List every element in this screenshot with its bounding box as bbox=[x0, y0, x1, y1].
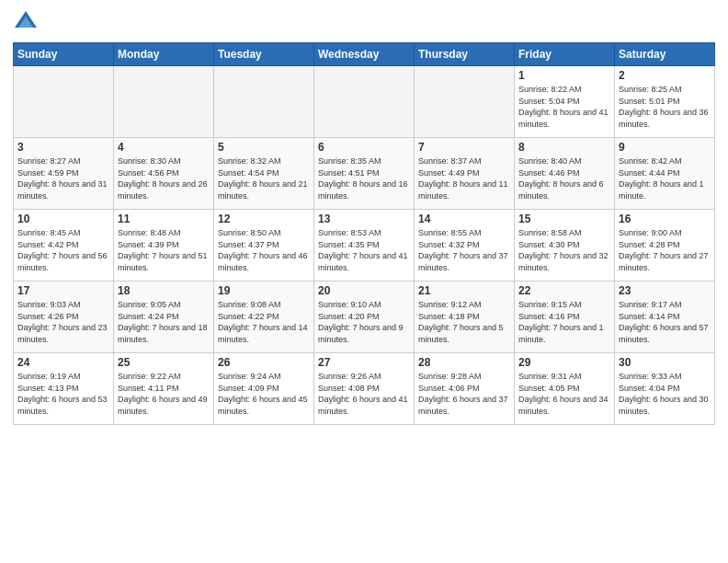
day-number: 9 bbox=[619, 141, 711, 154]
day-info: Sunrise: 8:35 AM Sunset: 4:51 PM Dayligh… bbox=[318, 155, 410, 201]
calendar-week-2: 3Sunrise: 8:27 AM Sunset: 4:59 PM Daylig… bbox=[14, 138, 715, 210]
day-info: Sunrise: 8:42 AM Sunset: 4:44 PM Dayligh… bbox=[619, 155, 711, 201]
day-number: 20 bbox=[318, 284, 410, 297]
day-number: 21 bbox=[418, 284, 510, 297]
calendar-cell: 28Sunrise: 9:28 AM Sunset: 4:06 PM Dayli… bbox=[415, 353, 515, 425]
day-info: Sunrise: 9:19 AM Sunset: 4:13 PM Dayligh… bbox=[17, 371, 109, 417]
day-info: Sunrise: 8:58 AM Sunset: 4:30 PM Dayligh… bbox=[518, 227, 610, 273]
day-number: 18 bbox=[118, 284, 210, 297]
logo bbox=[13, 9, 42, 35]
calendar-cell: 7Sunrise: 8:37 AM Sunset: 4:49 PM Daylig… bbox=[415, 138, 515, 210]
calendar-cell: 5Sunrise: 8:32 AM Sunset: 4:54 PM Daylig… bbox=[214, 138, 314, 210]
calendar-cell: 2Sunrise: 8:25 AM Sunset: 5:01 PM Daylig… bbox=[615, 66, 715, 138]
day-number: 11 bbox=[118, 213, 210, 225]
calendar-cell: 9Sunrise: 8:42 AM Sunset: 4:44 PM Daylig… bbox=[615, 138, 715, 210]
day-number: 3 bbox=[17, 141, 109, 154]
calendar-cell: 30Sunrise: 9:33 AM Sunset: 4:04 PM Dayli… bbox=[615, 353, 715, 425]
day-number: 28 bbox=[418, 356, 510, 369]
day-info: Sunrise: 8:22 AM Sunset: 5:04 PM Dayligh… bbox=[518, 84, 610, 130]
weekday-header-monday: Monday bbox=[114, 43, 214, 66]
calendar-cell: 21Sunrise: 9:12 AM Sunset: 4:18 PM Dayli… bbox=[415, 282, 515, 353]
calendar-cell: 1Sunrise: 8:22 AM Sunset: 5:04 PM Daylig… bbox=[515, 66, 615, 138]
calendar-cell: 22Sunrise: 9:15 AM Sunset: 4:16 PM Dayli… bbox=[515, 282, 615, 353]
day-number: 19 bbox=[218, 284, 310, 297]
day-info: Sunrise: 9:24 AM Sunset: 4:09 PM Dayligh… bbox=[218, 371, 310, 417]
day-number: 30 bbox=[619, 356, 711, 369]
weekday-header-friday: Friday bbox=[515, 43, 615, 66]
day-number: 4 bbox=[118, 141, 210, 154]
day-number: 17 bbox=[17, 284, 109, 297]
day-number: 12 bbox=[218, 213, 310, 225]
calendar-cell bbox=[14, 66, 114, 138]
day-number: 13 bbox=[318, 213, 410, 225]
weekday-header-wednesday: Wednesday bbox=[314, 43, 415, 66]
calendar-week-5: 24Sunrise: 9:19 AM Sunset: 4:13 PM Dayli… bbox=[14, 353, 715, 425]
calendar-cell: 3Sunrise: 8:27 AM Sunset: 4:59 PM Daylig… bbox=[14, 138, 114, 210]
day-info: Sunrise: 8:50 AM Sunset: 4:37 PM Dayligh… bbox=[218, 227, 310, 273]
calendar-week-4: 17Sunrise: 9:03 AM Sunset: 4:26 PM Dayli… bbox=[14, 282, 715, 353]
day-info: Sunrise: 8:30 AM Sunset: 4:56 PM Dayligh… bbox=[118, 155, 210, 201]
weekday-header-tuesday: Tuesday bbox=[214, 43, 314, 66]
calendar-header-row: SundayMondayTuesdayWednesdayThursdayFrid… bbox=[14, 43, 715, 66]
calendar-cell: 27Sunrise: 9:26 AM Sunset: 4:08 PM Dayli… bbox=[314, 353, 415, 425]
day-number: 27 bbox=[318, 356, 410, 369]
calendar-cell: 12Sunrise: 8:50 AM Sunset: 4:37 PM Dayli… bbox=[214, 210, 314, 282]
calendar-cell bbox=[314, 66, 415, 138]
calendar-cell: 19Sunrise: 9:08 AM Sunset: 4:22 PM Dayli… bbox=[214, 282, 314, 353]
calendar-week-1: 1Sunrise: 8:22 AM Sunset: 5:04 PM Daylig… bbox=[14, 66, 715, 138]
day-info: Sunrise: 9:33 AM Sunset: 4:04 PM Dayligh… bbox=[619, 371, 711, 417]
day-number: 24 bbox=[17, 356, 109, 369]
calendar-cell: 11Sunrise: 8:48 AM Sunset: 4:39 PM Dayli… bbox=[114, 210, 214, 282]
day-info: Sunrise: 8:25 AM Sunset: 5:01 PM Dayligh… bbox=[619, 84, 711, 130]
day-number: 2 bbox=[619, 69, 711, 82]
day-info: Sunrise: 9:12 AM Sunset: 4:18 PM Dayligh… bbox=[418, 299, 510, 345]
day-number: 6 bbox=[318, 141, 410, 154]
day-info: Sunrise: 9:05 AM Sunset: 4:24 PM Dayligh… bbox=[118, 299, 210, 345]
day-number: 8 bbox=[518, 141, 610, 154]
calendar-cell: 4Sunrise: 8:30 AM Sunset: 4:56 PM Daylig… bbox=[114, 138, 214, 210]
day-info: Sunrise: 9:28 AM Sunset: 4:06 PM Dayligh… bbox=[418, 371, 510, 417]
day-number: 16 bbox=[619, 213, 711, 225]
calendar-cell: 6Sunrise: 8:35 AM Sunset: 4:51 PM Daylig… bbox=[314, 138, 415, 210]
weekday-header-sunday: Sunday bbox=[14, 43, 114, 66]
calendar-cell: 26Sunrise: 9:24 AM Sunset: 4:09 PM Dayli… bbox=[214, 353, 314, 425]
header bbox=[13, 9, 715, 35]
calendar-cell: 10Sunrise: 8:45 AM Sunset: 4:42 PM Dayli… bbox=[14, 210, 114, 282]
day-info: Sunrise: 9:03 AM Sunset: 4:26 PM Dayligh… bbox=[17, 299, 109, 345]
day-number: 25 bbox=[118, 356, 210, 369]
day-number: 26 bbox=[218, 356, 310, 369]
day-number: 10 bbox=[17, 213, 109, 225]
day-info: Sunrise: 8:40 AM Sunset: 4:46 PM Dayligh… bbox=[518, 155, 610, 201]
day-info: Sunrise: 9:26 AM Sunset: 4:08 PM Dayligh… bbox=[318, 371, 410, 417]
day-info: Sunrise: 9:10 AM Sunset: 4:20 PM Dayligh… bbox=[318, 299, 410, 345]
day-info: Sunrise: 9:17 AM Sunset: 4:14 PM Dayligh… bbox=[619, 299, 711, 345]
day-info: Sunrise: 8:55 AM Sunset: 4:32 PM Dayligh… bbox=[418, 227, 510, 273]
day-info: Sunrise: 9:31 AM Sunset: 4:05 PM Dayligh… bbox=[518, 371, 610, 417]
day-info: Sunrise: 8:32 AM Sunset: 4:54 PM Dayligh… bbox=[218, 155, 310, 201]
day-number: 5 bbox=[218, 141, 310, 154]
calendar-cell: 8Sunrise: 8:40 AM Sunset: 4:46 PM Daylig… bbox=[515, 138, 615, 210]
calendar-cell bbox=[214, 66, 314, 138]
day-info: Sunrise: 9:15 AM Sunset: 4:16 PM Dayligh… bbox=[518, 299, 610, 345]
day-number: 23 bbox=[619, 284, 711, 297]
calendar-cell: 23Sunrise: 9:17 AM Sunset: 4:14 PM Dayli… bbox=[615, 282, 715, 353]
calendar-cell: 18Sunrise: 9:05 AM Sunset: 4:24 PM Dayli… bbox=[114, 282, 214, 353]
day-info: Sunrise: 8:48 AM Sunset: 4:39 PM Dayligh… bbox=[118, 227, 210, 273]
day-info: Sunrise: 8:45 AM Sunset: 4:42 PM Dayligh… bbox=[17, 227, 109, 273]
day-number: 14 bbox=[418, 213, 510, 225]
weekday-header-saturday: Saturday bbox=[615, 43, 715, 66]
calendar-cell: 20Sunrise: 9:10 AM Sunset: 4:20 PM Dayli… bbox=[314, 282, 415, 353]
page: SundayMondayTuesdayWednesdayThursdayFrid… bbox=[0, 0, 728, 563]
calendar-cell bbox=[415, 66, 515, 138]
calendar-cell: 16Sunrise: 9:00 AM Sunset: 4:28 PM Dayli… bbox=[615, 210, 715, 282]
day-info: Sunrise: 8:37 AM Sunset: 4:49 PM Dayligh… bbox=[418, 155, 510, 201]
day-info: Sunrise: 8:27 AM Sunset: 4:59 PM Dayligh… bbox=[17, 155, 109, 201]
calendar-cell: 14Sunrise: 8:55 AM Sunset: 4:32 PM Dayli… bbox=[415, 210, 515, 282]
logo-icon bbox=[13, 9, 39, 35]
day-info: Sunrise: 9:08 AM Sunset: 4:22 PM Dayligh… bbox=[218, 299, 310, 345]
calendar-cell: 13Sunrise: 8:53 AM Sunset: 4:35 PM Dayli… bbox=[314, 210, 415, 282]
day-number: 1 bbox=[518, 69, 610, 82]
weekday-header-thursday: Thursday bbox=[415, 43, 515, 66]
calendar-week-3: 10Sunrise: 8:45 AM Sunset: 4:42 PM Dayli… bbox=[14, 210, 715, 282]
day-number: 29 bbox=[518, 356, 610, 369]
